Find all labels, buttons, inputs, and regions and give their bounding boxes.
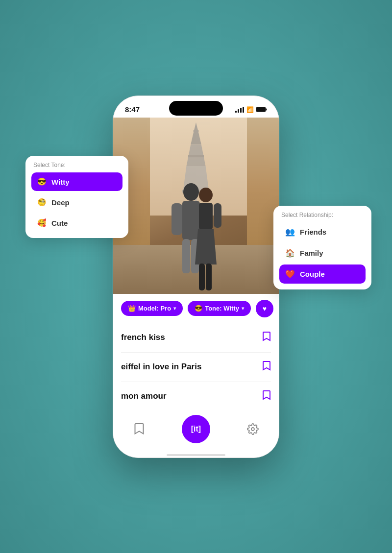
phone-shell: 8:47 📶 [113,96,279,458]
family-icon: 🏠 [285,248,295,258]
svg-marker-18 [195,229,217,264]
bookmark-icon-1[interactable] [262,331,271,344]
friends-label: Friends [300,228,326,236]
relationship-dropdown[interactable]: Select Relationship: 👥 Friends 🏠 Family … [273,206,371,289]
friends-icon: 👥 [285,227,295,237]
model-label: Model: Pro [138,305,171,312]
svg-rect-0 [256,107,266,112]
tone-option-deep[interactable]: 🧐 Deep [31,193,122,212]
captions-list: french kiss eiffel in love in Paris mon … [113,323,279,411]
rel-option-couple[interactable]: ❤️ Couple [279,264,366,284]
bookmark-icon-3[interactable] [262,390,271,403]
status-icons: 📶 [235,106,267,113]
tone-button[interactable]: 😎 Tone: Witty ▾ [188,301,251,316]
tone-witty-label: Witty [51,178,70,186]
app-logo-label: [it] [191,425,201,433]
family-label: Family [300,249,323,257]
caption-item-1[interactable]: french kiss [121,323,271,353]
svg-point-16 [199,188,213,202]
svg-rect-1 [266,109,267,111]
tone-option-witty[interactable]: 😎 Witty [31,172,122,191]
couple-label: Couple [300,270,325,278]
rel-option-friends[interactable]: 👥 Friends [279,222,366,241]
couple-figure [157,176,235,294]
tone-dropdown-label: Select Tone: [31,162,122,168]
model-button[interactable]: 👑 Model: Pro ▾ [121,301,183,316]
relationship-dropdown-label: Select Relationship: [279,212,366,218]
svg-rect-21 [206,264,212,290]
photo-area [113,118,279,294]
status-time: 8:47 [125,105,140,114]
crown-icon: 👑 [128,305,136,312]
svg-marker-3 [191,131,201,144]
nav-center-button[interactable]: [it] [182,415,210,443]
svg-rect-14 [182,239,190,273]
tone-option-cute[interactable]: 🥰 Cute [31,214,122,232]
tone-emoji-icon: 😎 [195,305,202,312]
svg-rect-12 [172,203,182,235]
svg-rect-6 [188,155,204,157]
bottom-controls: 👑 Model: Pro ▾ 😎 Tone: Witty ▾ ♥ [113,294,279,323]
bookmark-icon-2[interactable] [262,361,271,374]
svg-point-10 [183,183,199,201]
rel-option-family[interactable]: 🏠 Family [279,243,366,263]
nav-bookmark-button[interactable] [129,419,149,439]
svg-rect-20 [199,264,205,290]
tone-dropdown[interactable]: Select Tone: 😎 Witty 🧐 Deep 🥰 Cute [25,156,128,238]
wifi-icon: 📶 [246,106,254,113]
svg-rect-19 [214,203,221,228]
caption-text-2: eiffel in love in Paris [121,362,201,372]
signal-icon [235,107,244,113]
tone-chevron-icon: ▾ [242,306,244,311]
tone-cute-icon: 🥰 [37,218,47,227]
heart-icon: ♥ [263,305,267,313]
caption-item-2[interactable]: eiffel in love in Paris [121,353,271,382]
home-indicator [167,454,225,456]
heart-button[interactable]: ♥ [256,300,273,317]
svg-rect-17 [199,203,213,230]
battery-icon [256,107,267,112]
nav-settings-button[interactable] [243,419,263,439]
tone-cute-label: Cute [51,219,68,227]
model-chevron-icon: ▾ [173,306,176,311]
bottom-nav: [it] [113,411,279,451]
tone-witty-icon: 😎 [37,177,47,186]
svg-rect-4 [194,130,199,132]
caption-text-3: mon amour [121,391,167,401]
tone-deep-label: Deep [51,198,70,207]
couple-icon: ❤️ [285,269,295,279]
caption-text-1: french kiss [121,333,165,342]
svg-marker-2 [194,122,198,131]
tone-deep-icon: 🧐 [37,198,47,207]
svg-rect-11 [182,201,200,240]
tone-label-btn: Tone: Witty [205,305,239,312]
dynamic-island [169,101,223,116]
status-bar: 8:47 📶 [113,96,279,118]
caption-item-3[interactable]: mon amour [121,382,271,411]
